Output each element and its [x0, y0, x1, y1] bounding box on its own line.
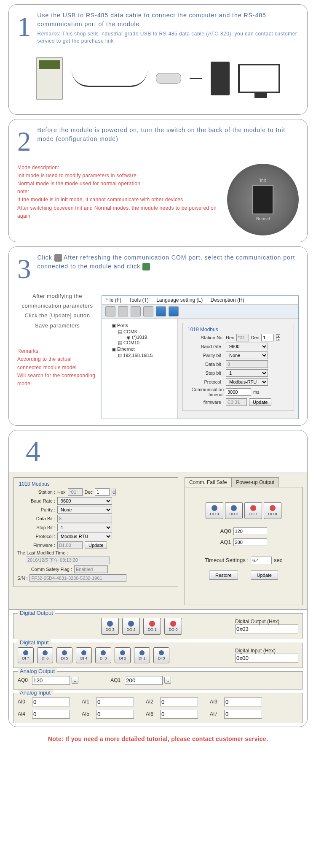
aq1-input[interactable] — [125, 676, 163, 685]
menu-tools[interactable]: Tools (T) — [129, 297, 149, 303]
tree-com8[interactable]: ▤ COM8 — [105, 329, 174, 335]
step-2-number: 2 — [17, 126, 31, 157]
parity-select[interactable]: None — [57, 506, 112, 514]
di6-indicator: DI 6 — [37, 647, 53, 663]
config-app-window: File (F) Tools (T) Language setting (L) … — [102, 295, 299, 419]
aq0-input[interactable] — [233, 527, 267, 535]
ai0-input — [32, 698, 70, 706]
tab-powerup[interactable]: Power-up Output — [231, 477, 279, 487]
switch-photo: Init Normal — [227, 164, 299, 235]
usb-connector-icon — [156, 73, 181, 84]
update-button[interactable]: Update — [249, 398, 271, 406]
step-1-panel: 1 Use the USB to RS-485 data cable to co… — [8, 4, 308, 115]
parity-select[interactable]: None — [226, 352, 268, 359]
connect-icon — [142, 263, 150, 270]
station-dec-input[interactable] — [261, 334, 274, 341]
menu-file[interactable]: File (F) — [105, 297, 121, 303]
station-hex-input[interactable] — [236, 334, 249, 341]
do1-button[interactable]: DO 1 — [244, 502, 262, 519]
di0-indicator: DI 0 — [153, 647, 169, 663]
station-label: Station No: — [186, 335, 224, 340]
ai1-input — [96, 698, 134, 706]
module-icon — [36, 57, 63, 100]
tree-ports[interactable]: ▣ Ports — [105, 322, 174, 329]
connection-diagram — [17, 49, 299, 108]
protocol-select[interactable]: Modbus-RTU — [226, 378, 268, 386]
do3-button[interactable]: DO 3 — [101, 618, 119, 635]
station-hex-input[interactable] — [68, 488, 83, 496]
do-hex-input[interactable] — [235, 625, 298, 633]
switch-label-init: Init — [260, 178, 265, 183]
baud-select[interactable]: 9600 — [226, 343, 268, 350]
station-spinner[interactable]: ▴▾ — [276, 334, 280, 341]
step-2-panel: 2 Before the module is powered on, turn … — [8, 119, 308, 242]
menu-lang[interactable]: Language setting (L) — [156, 297, 203, 303]
toolbar — [102, 305, 298, 319]
search-icon[interactable] — [118, 306, 128, 316]
digital-input-title: Digital Input — [18, 639, 51, 646]
station-dec-input[interactable] — [95, 488, 110, 496]
switch-label-normal: Normal — [256, 216, 270, 221]
do-hex-label: Digital Output (Hex) — [235, 619, 298, 625]
aq0-input[interactable] — [32, 676, 70, 685]
refresh-icon — [54, 254, 62, 262]
stopbit-select[interactable]: 1 — [57, 524, 112, 531]
step-1-remarks: Remarks: This shop sells industrial-grad… — [37, 30, 299, 45]
book-icon[interactable] — [156, 306, 166, 316]
step-1-number: 1 — [17, 11, 31, 45]
timeout-input[interactable] — [251, 557, 272, 564]
update-button[interactable]: Update — [85, 541, 107, 549]
refresh-icon[interactable] — [143, 306, 153, 316]
tree-device[interactable]: ◉ (*)1019 — [105, 335, 174, 340]
aq1-browse-button[interactable]: .. — [164, 677, 171, 684]
step-4-panel: 4 1010 Modbus Station : Hex Dec ▴▾ Baud … — [8, 430, 308, 727]
globe-icon[interactable] — [169, 306, 179, 316]
sn-input — [29, 574, 126, 582]
di-hex-label: Digital Input (Hex) — [235, 648, 298, 654]
do0-button[interactable]: DO 0 — [264, 502, 281, 519]
tree-com10[interactable]: ▤ COM10 — [105, 340, 174, 346]
tree-ethernet[interactable]: ▣ Ethernet — [105, 346, 174, 353]
step-3-title: Click After refreshing the communication… — [37, 253, 299, 285]
binoculars-icon[interactable] — [131, 306, 141, 316]
safety-input — [74, 565, 108, 573]
di1-indicator: DI 1 — [134, 647, 150, 663]
save-icon[interactable] — [105, 306, 115, 316]
step-1-title: Use the USB to RS-485 data cable to conn… — [37, 11, 299, 29]
baud-select[interactable]: 9600 — [57, 497, 112, 505]
failsafe-tab-content: DO 3 DO 2 DO 1 DO 0 AQ0 AQ1 Timeout Sett… — [185, 487, 303, 605]
ai5-input — [96, 710, 134, 719]
timeout-input[interactable] — [226, 388, 251, 396]
ai6-input — [160, 710, 198, 719]
aq1-input[interactable] — [233, 538, 267, 546]
monitor-icon — [238, 64, 280, 93]
do2-button[interactable]: DO 2 — [122, 618, 140, 635]
menu-desc[interactable]: Description (H) — [211, 297, 244, 303]
ai2-input — [160, 698, 198, 706]
step-3-remarks: Remarks: According to the actual connect… — [17, 347, 97, 388]
analog-input-title: Analog Input — [18, 690, 53, 696]
config-1010: 1010 Modbus Station : Hex Dec ▴▾ Baud Ra… — [13, 477, 178, 587]
di2-indicator: DI 2 — [115, 647, 131, 663]
do2-button[interactable]: DO 2 — [225, 502, 243, 519]
analog-output-section: Analog Output AQ0.. AQ1.. — [13, 671, 303, 690]
databit-input — [226, 360, 268, 368]
analog-input-section: Analog Input AI0 AI1 AI2 AI3 AI4 AI5 AI6… — [13, 693, 303, 723]
station-spinner[interactable]: ▴▾ — [112, 489, 116, 495]
config-1010-title: 1010 Modbus — [17, 481, 174, 487]
do0-button[interactable]: DO 0 — [164, 618, 182, 635]
restore-button[interactable]: Restore — [209, 571, 238, 580]
protocol-select[interactable]: Modbus-RTU — [57, 533, 112, 540]
ai3-input — [224, 698, 262, 706]
footer-note: Note: If you need a more detailed tutori… — [8, 736, 308, 742]
di3-indicator: DI 3 — [95, 647, 111, 663]
tab-failsafe[interactable]: Comm. Fail Safe — [185, 477, 231, 487]
di-hex-input[interactable] — [235, 654, 298, 662]
do1-button[interactable]: DO 1 — [143, 618, 161, 635]
update-button[interactable]: Update — [251, 571, 278, 580]
aq0-browse-button[interactable]: .. — [72, 677, 78, 684]
config-1019: 1019 Modbus Station No: Hex Dec ▴▾ Baud … — [182, 323, 294, 411]
stopbit-select[interactable]: 1 — [226, 369, 268, 377]
do3-button[interactable]: DO 3 — [206, 502, 223, 519]
tree-ip[interactable]: ⊡ 192.168.168.5 — [105, 353, 174, 358]
